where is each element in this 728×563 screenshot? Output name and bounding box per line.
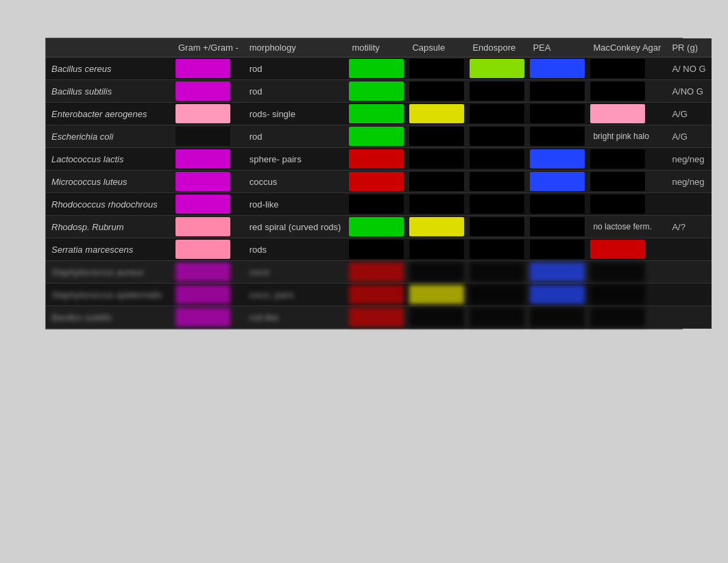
morphology-cell: rods: [244, 238, 347, 261]
pea-cell: [527, 171, 587, 193]
endospore-cell: [467, 148, 527, 171]
motility-cell: [346, 80, 407, 103]
col-header-endospore: Endospore: [467, 38, 527, 58]
table-row: Serratia marcescensrods: [46, 238, 712, 261]
table-row: Micrococcus luteuscoccusneg/neg: [46, 171, 712, 193]
macconkey-cell: [587, 171, 666, 193]
species-cell: Enterobacter aerogenes: [46, 103, 173, 125]
motility-cell: [346, 216, 407, 238]
endospore-cell: [467, 261, 527, 284]
table-row: Rhodococcus rhodochrousrod-like: [46, 193, 712, 216]
species-cell: Rhodosp. Rubrum: [46, 216, 173, 238]
motility-cell: [346, 193, 407, 216]
gram-cell: [173, 306, 244, 329]
endospore-cell: [467, 58, 527, 80]
endospore-cell: [467, 216, 527, 238]
species-cell: Rhodococcus rhodochrous: [46, 193, 173, 216]
table-row: Staphylococcus epidermidiscocci, pairs: [46, 284, 712, 306]
pr-cell: A/G: [666, 103, 711, 125]
gram-cell: [173, 193, 244, 216]
col-header-morphology: morphology: [244, 38, 347, 58]
pr-cell: [666, 193, 711, 216]
morphology-cell: rod: [244, 125, 347, 148]
macconkey-cell: [587, 148, 666, 171]
species-cell: Staphylococcus epidermidis: [46, 284, 173, 306]
col-header-species: [46, 38, 173, 58]
endospore-cell: [467, 125, 527, 148]
pr-cell: [666, 238, 711, 261]
motility-cell: [346, 103, 407, 125]
capsule-cell: [407, 193, 467, 216]
species-cell: Staphylococcus aureus: [46, 261, 173, 284]
macconkey-cell: [587, 80, 666, 103]
table-row: Escherichia colirodbright pink haloA/G: [46, 125, 712, 148]
capsule-cell: [407, 238, 467, 261]
capsule-cell: [407, 306, 467, 329]
pea-cell: [527, 238, 587, 261]
pr-cell: A/G: [666, 125, 711, 148]
table-row: Bacillus subtilisrod-like: [46, 306, 712, 329]
motility-cell: [346, 125, 407, 148]
col-header-pr: PR (g): [666, 38, 711, 58]
endospore-cell: [467, 103, 527, 125]
motility-cell: [346, 306, 407, 329]
capsule-cell: [407, 125, 467, 148]
motility-cell: [346, 148, 407, 171]
macconkey-cell: [587, 58, 666, 80]
species-cell: Serratia marcescens: [46, 238, 173, 261]
gram-cell: [173, 216, 244, 238]
table-row: Bacillus subtilisrodA/NO G: [46, 80, 712, 103]
macconkey-cell: [587, 306, 666, 329]
morphology-cell: sphere- pairs: [244, 148, 347, 171]
pea-cell: [527, 125, 587, 148]
macconkey-cell: [587, 193, 666, 216]
gram-cell: [173, 284, 244, 306]
pr-cell: A/?: [666, 216, 711, 238]
species-cell: Bacillus cereus: [46, 58, 173, 80]
table-row: Staphylococcus aureuscocci: [46, 261, 712, 284]
col-header-macconkey: MacConkey Agar: [587, 38, 666, 58]
macconkey-cell: [587, 284, 666, 306]
species-cell: Bacillus subtilis: [46, 306, 173, 329]
motility-cell: [346, 58, 407, 80]
capsule-cell: [407, 58, 467, 80]
capsule-cell: [407, 148, 467, 171]
gram-cell: [173, 80, 244, 103]
gram-cell: [173, 58, 244, 80]
col-header-motility: motility: [346, 38, 407, 58]
gram-cell: [173, 171, 244, 193]
motility-cell: [346, 284, 407, 306]
table-header-row: Gram +/Gram - morphology motility Capsul…: [46, 38, 712, 58]
endospore-cell: [467, 238, 527, 261]
macconkey-cell: [587, 103, 666, 125]
col-header-gram: Gram +/Gram -: [173, 38, 244, 58]
species-cell: Micrococcus luteus: [46, 171, 173, 193]
pea-cell: [527, 148, 587, 171]
morphology-cell: cocci, pairs: [244, 284, 347, 306]
pea-cell: [527, 216, 587, 238]
pr-cell: [666, 261, 711, 284]
capsule-cell: [407, 80, 467, 103]
pea-cell: [527, 284, 587, 306]
table-row: Lactococcus lactissphere- pairsneg/neg: [46, 148, 712, 171]
pr-cell: [666, 284, 711, 306]
capsule-cell: [407, 261, 467, 284]
macconkey-cell: [587, 238, 666, 261]
species-cell: Bacillus subtilis: [46, 80, 173, 103]
main-table-container: Gram +/Gram - morphology motility Capsul…: [45, 38, 683, 329]
macconkey-cell: [587, 261, 666, 284]
motility-cell: [346, 238, 407, 261]
morphology-cell: rod: [244, 58, 347, 80]
morphology-cell: coccus: [244, 171, 347, 193]
capsule-cell: [407, 171, 467, 193]
motility-cell: [346, 261, 407, 284]
pr-cell: [666, 306, 711, 329]
col-header-capsule: Capsule: [407, 38, 467, 58]
pea-cell: [527, 103, 587, 125]
morphology-cell: cocci: [244, 261, 347, 284]
pea-cell: [527, 261, 587, 284]
species-cell: Lactococcus lactis: [46, 148, 173, 171]
endospore-cell: [467, 306, 527, 329]
pea-cell: [527, 193, 587, 216]
capsule-cell: [407, 284, 467, 306]
